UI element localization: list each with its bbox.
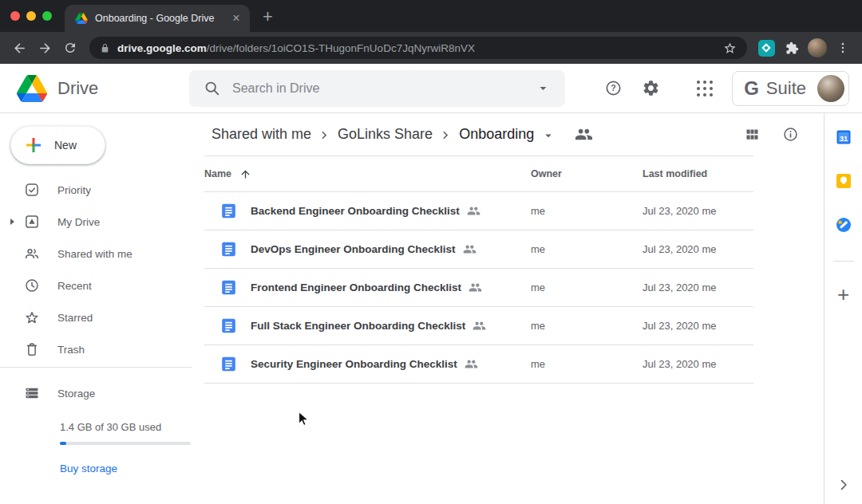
google-apps-grid-icon[interactable] xyxy=(697,81,713,96)
file-row-frontend-engineer-onboarding-checklist: Frontend Engineer Onboarding Checklist m… xyxy=(192,269,824,307)
breadcrumb-chevron-icon xyxy=(438,128,453,143)
file-modified: Jul 23, 2020 me xyxy=(643,358,824,370)
add-side-panel-app-button[interactable]: + xyxy=(837,284,849,305)
rail-divider xyxy=(833,261,854,262)
breadcrumb: Shared with me GoLinks Share Onboarding xyxy=(192,113,824,156)
buy-storage-link[interactable]: Buy storage xyxy=(60,463,192,474)
account-avatar[interactable] xyxy=(817,75,844,102)
lock-icon xyxy=(100,43,110,53)
maximize-window-button[interactable] xyxy=(42,11,52,21)
app-name: Drive xyxy=(57,78,98,99)
search-input[interactable]: Search in Drive xyxy=(189,70,565,107)
sidebar-item-starred[interactable]: Starred xyxy=(0,301,192,333)
file-row-backend-engineer-onboarding-checklist: Backend Engineer Onboarding Checklist me… xyxy=(192,192,824,230)
sidebar-item-storage[interactable]: Storage xyxy=(0,377,192,409)
side-panel-rail: + xyxy=(824,113,862,504)
column-header-name[interactable]: Name xyxy=(204,168,531,180)
browser-toolbar: drive.google.com/drive/folders/1oiCO1S-T… xyxy=(0,32,862,64)
sidebar-item-trash[interactable]: Trash xyxy=(0,333,192,365)
url-domain: drive.google.com xyxy=(117,42,207,54)
sidebar-item-label: Trash xyxy=(57,344,85,356)
sidebar-nav: Priority My Drive Shared with me Recent xyxy=(0,174,192,365)
new-tab-button[interactable]: + xyxy=(263,8,273,26)
new-button[interactable]: New xyxy=(10,126,105,164)
file-row[interactable]: Frontend Engineer Onboarding Checklist m… xyxy=(192,269,824,306)
file-row[interactable]: DevOps Engineer Onboarding Checklist me … xyxy=(192,230,824,268)
sidebar-item-label: Recent xyxy=(57,280,92,292)
sidebar-item-label: Starred xyxy=(57,312,93,324)
sort-ascending-icon[interactable] xyxy=(239,168,251,180)
forward-button[interactable] xyxy=(32,35,57,61)
sidebar-item-icon xyxy=(24,182,40,198)
file-modified: Jul 23, 2020 me xyxy=(643,205,824,217)
file-owner: me xyxy=(531,358,643,370)
drive-logo-icon xyxy=(17,75,47,102)
sidebar-item-icon xyxy=(24,278,40,293)
expand-arrow[interactable] xyxy=(10,219,14,225)
shared-people-icon xyxy=(463,242,476,256)
divider xyxy=(204,383,753,384)
folder-shared-people-icon xyxy=(575,125,593,144)
file-modified: Jul 23, 2020 me xyxy=(643,282,824,293)
extensions-puzzle-icon[interactable] xyxy=(779,35,805,61)
url-path: /drive/folders/1oiCO1S-THugonFnUoDc7JqNy… xyxy=(207,42,475,54)
shared-people-icon xyxy=(465,357,478,371)
tab-close-icon[interactable]: × xyxy=(229,11,243,26)
storage-section: Storage 1.4 GB of 30 GB used Buy storage xyxy=(0,368,192,474)
google-docs-icon xyxy=(220,317,237,334)
file-row[interactable]: Full Stack Engineer Onboarding Checklist… xyxy=(192,307,824,345)
address-bar[interactable]: drive.google.com/drive/folders/1oiCO1S-T… xyxy=(89,37,747,59)
file-row[interactable]: Backend Engineer Onboarding Checklist me… xyxy=(192,192,824,230)
folder-menu-caret-icon[interactable] xyxy=(541,128,556,143)
drive-header: Drive Search in Drive G Suite xyxy=(0,64,862,113)
gsuite-g-logo: G xyxy=(744,77,759,100)
sidebar-item-icon xyxy=(24,214,40,230)
minimize-window-button[interactable] xyxy=(26,11,36,21)
info-icon[interactable] xyxy=(782,126,799,143)
browser-tab[interactable]: Onboarding - Google Drive × xyxy=(65,5,250,32)
breadcrumb-golinks-share[interactable]: GoLinks Share xyxy=(338,126,433,143)
file-row[interactable]: Security Engineer Onboarding Checklist m… xyxy=(192,345,824,383)
browser-menu-kebab-icon[interactable] xyxy=(830,35,856,61)
close-window-button[interactable] xyxy=(10,11,20,21)
storage-icon xyxy=(24,385,40,401)
storage-usage-text: 1.4 GB of 30 GB used xyxy=(60,421,192,433)
shared-people-icon xyxy=(469,281,482,294)
search-options-caret-icon[interactable] xyxy=(536,81,551,96)
grid-view-icon[interactable] xyxy=(744,126,761,143)
file-row-devops-engineer-onboarding-checklist: DevOps Engineer Onboarding Checklist me … xyxy=(192,230,824,269)
file-list-panel: Shared with me GoLinks Share Onboarding … xyxy=(192,113,824,504)
google-calendar-icon[interactable] xyxy=(836,129,852,145)
google-keep-icon[interactable] xyxy=(836,173,852,189)
google-tasks-icon[interactable] xyxy=(836,217,852,233)
file-owner: me xyxy=(531,320,643,332)
google-docs-icon xyxy=(220,241,237,258)
golinks-extension-icon[interactable] xyxy=(753,35,779,61)
settings-gear-icon[interactable] xyxy=(642,79,660,97)
drive-favicon xyxy=(75,13,88,24)
file-modified: Jul 23, 2020 me xyxy=(643,320,824,332)
sidebar-item-label: Priority xyxy=(57,184,91,196)
file-name: Frontend Engineer Onboarding Checklist xyxy=(251,282,461,293)
back-button[interactable] xyxy=(6,35,32,61)
sidebar-item-recent[interactable]: Recent xyxy=(0,270,192,301)
sidebar-item-icon xyxy=(24,341,40,357)
reload-button[interactable] xyxy=(57,35,83,61)
collapse-panel-chevron-icon[interactable] xyxy=(836,477,852,493)
breadcrumb-current-folder[interactable]: Onboarding xyxy=(459,126,534,143)
column-header-owner: Owner xyxy=(531,168,643,179)
sidebar-item-priority[interactable]: Priority xyxy=(0,174,192,206)
drive-logo[interactable]: Drive xyxy=(0,75,189,102)
file-name: Security Engineer Onboarding Checklist xyxy=(251,358,457,370)
breadcrumb-chevron-icon xyxy=(317,128,332,143)
search-icon[interactable] xyxy=(204,80,220,96)
sidebar-item-label: Shared with me xyxy=(57,248,132,260)
google-docs-icon xyxy=(220,203,237,219)
breadcrumb-shared-with-me[interactable]: Shared with me xyxy=(212,126,311,143)
bookmark-star-icon[interactable] xyxy=(723,41,737,55)
help-icon[interactable] xyxy=(604,79,623,97)
sidebar-item-shared-with-me[interactable]: Shared with me xyxy=(0,238,192,270)
sidebar-item-my-drive[interactable]: My Drive xyxy=(0,206,192,238)
browser-profile-avatar[interactable] xyxy=(805,35,830,61)
sidebar-item-icon xyxy=(24,246,40,262)
